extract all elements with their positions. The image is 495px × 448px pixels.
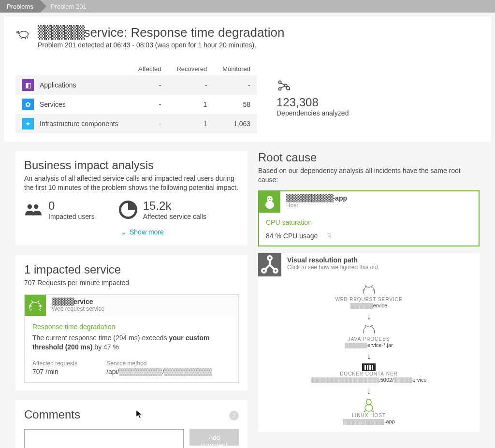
linux-icon (259, 191, 280, 213)
root-issue: CPU saturation (266, 218, 472, 226)
service-name: ▒▒▒▒▒▒▒ervice (52, 298, 104, 305)
bia-title: Business impact analysis (24, 159, 239, 172)
svg-point-13 (268, 256, 272, 260)
breadcrumb-root[interactable]: Problems (0, 0, 40, 13)
service-method-value: /api/▒▒▒▒▒▒▒▒▒/▒▒▒▒▒▒▒▒▒▒ (106, 368, 212, 376)
col-monitored: Monitored (214, 62, 257, 75)
applications-icon: ◧ (22, 79, 34, 91)
arrow-down-icon: ↓ (366, 312, 371, 320)
impacted-heading: 1 impacted service (24, 263, 239, 276)
breadcrumb-current: Problem 201 (40, 0, 93, 13)
svg-point-5 (286, 87, 290, 90)
impacted-users-label: Impacted users (48, 213, 95, 220)
table-row[interactable]: ✦Infrastructure components - 1 1,063 (15, 114, 257, 133)
dependencies-analyzed: 123,308 Dependencies analyzed (277, 79, 349, 117)
svg-point-16 (366, 399, 371, 405)
vrp-title: Visual resolution path (287, 256, 379, 264)
breadcrumb: Problems Problem 201 (0, 0, 495, 13)
root-cause-panel: Root cause Based on our dependency analy… (256, 151, 480, 432)
show-more-link[interactable]: ⌄ Show more (121, 228, 239, 236)
hand-cursor-icon: ☟ (327, 232, 332, 240)
page-title: ▒▒▒▒▒▒▒service: Response time degradatio… (38, 25, 284, 40)
service-method-label: Service method (106, 360, 212, 367)
comments-panel: Comments i Add comment (15, 400, 248, 448)
svg-point-17 (365, 405, 373, 411)
root-cause-sub: Based on our dependency analysis all inc… (258, 166, 480, 185)
svg-point-0 (19, 31, 29, 38)
turtle-icon (15, 28, 30, 41)
impacted-service-panel: 1 impacted service 707 Requests per minu… (15, 255, 248, 390)
container-icon (362, 363, 376, 371)
svg-point-11 (268, 198, 269, 199)
service-alert: Response time degradation (32, 323, 231, 331)
root-cause-card[interactable]: ▒▒▒▒▒▒▒▒▒▒▒▒▒▒▒-app Host CPU saturation … (258, 190, 480, 246)
vrp-node-host[interactable]: LINUX HOST ▒▒▒▒▒▒▒▒▒▒▒-app (343, 398, 395, 424)
dependencies-icon (277, 79, 349, 94)
svg-point-12 (270, 198, 271, 199)
affected-requests-label: Affected requests (32, 360, 77, 367)
vrp-node-container[interactable]: DOCKER CONTAINER ▒▒▒▒▒▒▒▒▒▒▒▒▒▒▒▒▒▒:5002… (311, 363, 426, 383)
service-card[interactable]: ▒▒▒▒▒▒▒ervice Web request service Respon… (24, 294, 239, 383)
service-calls-label: Affected service calls (143, 213, 206, 220)
comments-title: Comments (24, 408, 80, 421)
bia-subtitle: An analysis of all affected service call… (24, 174, 239, 192)
root-host-type: Host (286, 202, 347, 209)
comment-input[interactable] (24, 429, 184, 448)
infrastructure-icon: ✦ (22, 118, 34, 130)
svg-point-1 (17, 31, 19, 33)
users-icon (24, 202, 43, 217)
impacted-sub: 707 Requests per minute impacted (24, 278, 239, 288)
service-description: The current response time (294 ms) excee… (32, 333, 231, 352)
root-host-name: ▒▒▒▒▒▒▒▒▒▒▒▒▒▒▒-app (286, 194, 347, 202)
root-cause-title: Root cause (258, 151, 480, 164)
root-detail: 84 % CPU usage (266, 232, 318, 240)
path-icon (258, 253, 281, 276)
table-row[interactable]: ◧Applications - - - (15, 75, 257, 95)
tomcat-icon (25, 295, 46, 316)
svg-point-10 (265, 201, 274, 209)
service-calls-count: 15.2k (143, 199, 206, 213)
affected-requests-value: 707 /min (32, 368, 77, 376)
vrp-node-service[interactable]: WEB REQUEST SERVICE ▒▒▒▒▒▒ervice (335, 284, 402, 308)
arrow-down-icon: ↓ (366, 352, 371, 360)
arrow-down-icon: ↓ (366, 387, 371, 394)
svg-point-7 (34, 204, 38, 208)
col-recovered: Recovered (168, 62, 214, 75)
problem-subtitle: Problem 201 detected at 06:43 - 08:03 (w… (38, 41, 284, 49)
add-comment-button[interactable]: Add comment (189, 429, 239, 446)
impact-table: Affected Recovered Monitored ◧Applicatio… (15, 62, 257, 133)
svg-point-6 (28, 204, 32, 208)
impacted-users-count: 0 (48, 199, 95, 213)
chevron-down-icon: ⌄ (121, 228, 127, 236)
table-row[interactable]: ✿Services - 1 58 (15, 95, 257, 114)
vrp-sub: Click to see how we figured this out. (287, 264, 379, 271)
info-icon[interactable]: i (229, 411, 239, 420)
problem-summary-card: ▒▒▒▒▒▒▒service: Response time degradatio… (4, 16, 491, 142)
services-icon: ✿ (22, 99, 34, 110)
business-impact-panel: Business impact analysis An analysis of … (15, 151, 248, 246)
service-type: Web request service (52, 305, 104, 312)
service-calls-icon (119, 202, 137, 217)
visual-resolution-panel[interactable]: Visual resolution path Click to see how … (258, 253, 480, 432)
vrp-node-process[interactable]: JAVA PROCESS ▒▒▒▒▒▒ervice-*.jar (345, 324, 393, 348)
col-affected: Affected (130, 62, 168, 75)
